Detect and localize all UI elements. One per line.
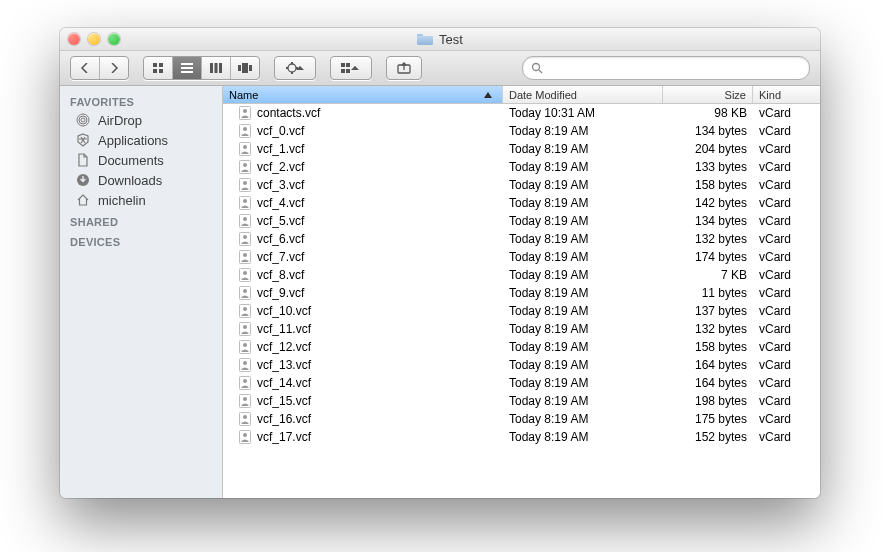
sidebar-item-applications[interactable]: Applications: [60, 130, 222, 150]
column-header-date[interactable]: Date Modified: [503, 86, 663, 103]
file-list: Name Date Modified Size Kind contacts.vc…: [223, 86, 820, 498]
file-row[interactable]: vcf_4.vcfToday 8:19 AM142 bytesvCard: [223, 194, 820, 212]
file-kind: vCard: [753, 376, 820, 390]
file-name: vcf_12.vcf: [257, 340, 311, 354]
file-row[interactable]: contacts.vcfToday 10:31 AM98 KBvCard: [223, 104, 820, 122]
sidebar-item-downloads[interactable]: Downloads: [60, 170, 222, 190]
file-name: vcf_13.vcf: [257, 358, 311, 372]
sidebar-item-documents[interactable]: Documents: [60, 150, 222, 170]
view-icons-button[interactable]: [144, 57, 173, 79]
svg-point-54: [243, 325, 247, 329]
vcard-icon: [237, 375, 253, 391]
vcard-icon: [237, 105, 253, 121]
sidebar-heading-favorites: FAVORITES: [60, 90, 222, 110]
file-row[interactable]: vcf_16.vcfToday 8:19 AM175 bytesvCard: [223, 410, 820, 428]
svg-rect-16: [286, 67, 288, 69]
file-size: 134 bytes: [663, 124, 753, 138]
file-name: vcf_3.vcf: [257, 178, 304, 192]
file-size: 158 bytes: [663, 340, 753, 354]
forward-button[interactable]: [100, 57, 128, 79]
file-row[interactable]: vcf_9.vcfToday 8:19 AM11 bytesvCard: [223, 284, 820, 302]
close-button[interactable]: [68, 33, 80, 45]
search-input[interactable]: [548, 60, 801, 76]
file-date: Today 8:19 AM: [503, 178, 663, 192]
file-name: vcf_10.vcf: [257, 304, 311, 318]
vcard-icon: [237, 231, 253, 247]
file-row[interactable]: vcf_7.vcfToday 8:19 AM174 bytesvCard: [223, 248, 820, 266]
file-row[interactable]: vcf_6.vcfToday 8:19 AM132 bytesvCard: [223, 230, 820, 248]
sidebar-label: Downloads: [98, 173, 162, 188]
svg-point-64: [243, 415, 247, 419]
file-row[interactable]: vcf_3.vcfToday 8:19 AM158 bytesvCard: [223, 176, 820, 194]
downloads-icon: [74, 173, 92, 187]
file-row[interactable]: vcf_11.vcfToday 8:19 AM132 bytesvCard: [223, 320, 820, 338]
file-kind: vCard: [753, 322, 820, 336]
minimize-button[interactable]: [88, 33, 100, 45]
file-row[interactable]: vcf_1.vcfToday 8:19 AM204 bytesvCard: [223, 140, 820, 158]
column-header-size[interactable]: Size: [663, 86, 753, 103]
file-row[interactable]: vcf_13.vcfToday 8:19 AM164 bytesvCard: [223, 356, 820, 374]
svg-rect-14: [291, 62, 293, 64]
view-columns-button[interactable]: [202, 57, 231, 79]
svg-rect-2: [153, 69, 157, 73]
file-name: vcf_4.vcf: [257, 196, 304, 210]
svg-rect-5: [181, 67, 193, 69]
sidebar-heading-shared: SHARED: [60, 210, 222, 230]
file-kind: vCard: [753, 214, 820, 228]
svg-point-26: [79, 116, 87, 124]
documents-icon: [74, 153, 92, 167]
file-row[interactable]: vcf_10.vcfToday 8:19 AM137 bytesvCard: [223, 302, 820, 320]
svg-point-13: [288, 64, 296, 72]
file-date: Today 10:31 AM: [503, 106, 663, 120]
file-kind: vCard: [753, 268, 820, 282]
vcard-icon: [237, 213, 253, 229]
file-row[interactable]: vcf_2.vcfToday 8:19 AM133 bytesvCard: [223, 158, 820, 176]
svg-point-32: [243, 127, 247, 131]
share-button[interactable]: [387, 57, 421, 79]
body: FAVORITES AirDrop Applications: [60, 86, 820, 498]
nav-buttons: [70, 56, 129, 80]
file-row[interactable]: vcf_5.vcfToday 8:19 AM134 bytesvCard: [223, 212, 820, 230]
svg-rect-10: [238, 65, 241, 71]
svg-point-36: [243, 163, 247, 167]
svg-rect-11: [242, 63, 248, 73]
file-row[interactable]: vcf_15.vcfToday 8:19 AM198 bytesvCard: [223, 392, 820, 410]
svg-point-52: [243, 307, 247, 311]
svg-point-38: [243, 181, 247, 185]
view-buttons: [143, 56, 260, 80]
file-row[interactable]: vcf_12.vcfToday 8:19 AM158 bytesvCard: [223, 338, 820, 356]
action-button[interactable]: [275, 57, 315, 79]
search-field[interactable]: [522, 56, 810, 80]
view-list-button[interactable]: [173, 57, 202, 79]
file-row[interactable]: vcf_14.vcfToday 8:19 AM164 bytesvCard: [223, 374, 820, 392]
column-header-name[interactable]: Name: [223, 86, 503, 103]
sidebar: FAVORITES AirDrop Applications: [60, 86, 223, 498]
back-button[interactable]: [71, 57, 100, 79]
file-size: 158 bytes: [663, 178, 753, 192]
file-kind: vCard: [753, 394, 820, 408]
file-row[interactable]: vcf_17.vcfToday 8:19 AM152 bytesvCard: [223, 428, 820, 446]
sidebar-item-airdrop[interactable]: AirDrop: [60, 110, 222, 130]
file-size: 132 bytes: [663, 322, 753, 336]
file-name: vcf_5.vcf: [257, 214, 304, 228]
file-name: vcf_2.vcf: [257, 160, 304, 174]
file-date: Today 8:19 AM: [503, 142, 663, 156]
zoom-button[interactable]: [108, 33, 120, 45]
file-kind: vCard: [753, 196, 820, 210]
column-header-kind[interactable]: Kind: [753, 86, 820, 103]
arrange-button[interactable]: [331, 57, 371, 79]
file-date: Today 8:19 AM: [503, 430, 663, 444]
vcard-icon: [237, 195, 253, 211]
file-date: Today 8:19 AM: [503, 286, 663, 300]
sidebar-item-home[interactable]: michelin: [60, 190, 222, 210]
action-button-group: [274, 56, 316, 80]
svg-rect-3: [159, 69, 163, 73]
file-size: 204 bytes: [663, 142, 753, 156]
file-row[interactable]: vcf_0.vcfToday 8:19 AM134 bytesvCard: [223, 122, 820, 140]
vcard-icon: [237, 411, 253, 427]
file-row[interactable]: vcf_8.vcfToday 8:19 AM7 KBvCard: [223, 266, 820, 284]
file-kind: vCard: [753, 304, 820, 318]
vcard-icon: [237, 141, 253, 157]
vcard-icon: [237, 249, 253, 265]
view-coverflow-button[interactable]: [231, 57, 259, 79]
